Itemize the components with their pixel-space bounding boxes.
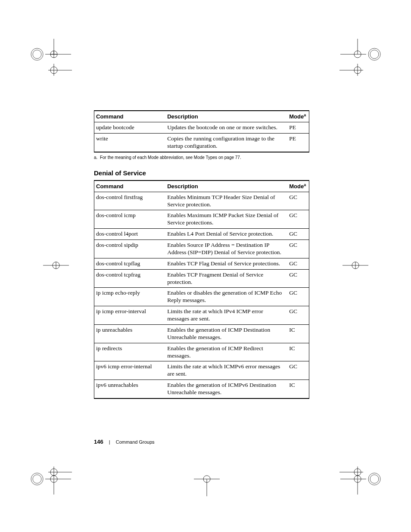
- crop-mark-icon: [48, 64, 72, 87]
- col-header-mode: Modea: [287, 180, 309, 192]
- table-row: dos-control sipdipEnables Source IP Addr…: [94, 240, 309, 258]
- cell-mode: GC: [287, 240, 309, 258]
- cell-command: update bootcode: [94, 122, 166, 134]
- table-row: ipv6 unreachablesEnables the generation …: [94, 380, 309, 398]
- cell-mode: IC: [287, 343, 309, 361]
- table-row: dos-control icmpEnables Maximum ICMP Pac…: [94, 210, 309, 229]
- cell-mode: IC: [287, 324, 309, 343]
- col-header-command: Command: [94, 180, 166, 192]
- cell-description: Updates the bootcode on one or more swit…: [165, 122, 287, 134]
- cell-description: Enables Minimum TCP Header Size Denial o…: [165, 192, 287, 210]
- cell-command: ip icmp error-interval: [94, 306, 166, 325]
- cell-description: Enables the generation of ICMPv6 Destina…: [165, 380, 287, 398]
- cell-description: Enables the generation of ICMP Redirect …: [165, 343, 287, 361]
- table-row: write Copies the running configuration i…: [94, 133, 309, 152]
- cell-command: ip redirects: [94, 343, 166, 361]
- cell-command: ipv6 unreachables: [94, 380, 166, 398]
- cell-command: dos-control l4port: [94, 229, 166, 240]
- cell-description: Enables TCP Fragment Denial of Service p…: [165, 269, 287, 288]
- col-header-description: Description: [165, 111, 287, 122]
- cell-mode: PE: [287, 133, 309, 152]
- cell-command: dos-control firstfrag: [94, 192, 166, 210]
- table-row: dos-control tcpflagEnables TCP Flag Deni…: [94, 258, 309, 269]
- cell-mode: GC: [287, 361, 309, 380]
- table-row: dos-control tcpfragEnables TCP Fragment …: [94, 269, 309, 288]
- cell-command: dos-control tcpflag: [94, 258, 166, 269]
- col-header-mode: Modea: [287, 111, 309, 122]
- cell-command: dos-control tcpfrag: [94, 269, 166, 288]
- cell-command: ip icmp echo-reply: [94, 288, 166, 306]
- table-row: ipv6 icmp error-internalLimits the rate …: [94, 361, 309, 380]
- cell-mode: GC: [287, 269, 309, 288]
- cell-description: Limits the rate at which ICMPv6 error me…: [165, 361, 287, 380]
- svg-point-42: [370, 475, 379, 483]
- table-row: ip unreachablesEnables the generation of…: [94, 324, 309, 343]
- table-row: ip icmp echo-replyEnables or disables th…: [94, 288, 309, 306]
- table-row: dos-control l4portEnables L4 Port Denial…: [94, 229, 309, 240]
- cell-description: Enables Source IP Address = Destination …: [165, 240, 287, 258]
- cell-mode: IC: [287, 380, 309, 398]
- table-row: ip redirectsEnables the generation of IC…: [94, 343, 309, 361]
- registration-mark-icon: [30, 469, 71, 495]
- registration-mark-icon: [338, 469, 381, 495]
- table-denial-of-service: Command Description Modea dos-control fi…: [94, 180, 309, 399]
- table-footnote: a. For the meaning of each Mode abbrevia…: [94, 155, 309, 160]
- table-row: dos-control firstfragEnables Minimum TCP…: [94, 192, 309, 210]
- cell-command: dos-control sipdip: [94, 240, 166, 258]
- cell-mode: GC: [287, 229, 309, 240]
- cell-mode: GC: [287, 210, 309, 229]
- registration-mark-icon: [342, 257, 368, 274]
- table-row: ip icmp error-intervalLimits the rate at…: [94, 306, 309, 325]
- cell-mode: GC: [287, 306, 309, 325]
- crop-mark-icon: [339, 64, 363, 87]
- table-row: update bootcode Updates the bootcode on …: [94, 122, 309, 134]
- cell-command: dos-control icmp: [94, 210, 166, 229]
- cell-description: Limits the rate at which IPv4 ICMP error…: [165, 306, 287, 325]
- cell-description: Enables TCP Flag Denial of Service prote…: [165, 258, 287, 269]
- table-commands-continued: Command Description Modea update bootcod…: [94, 110, 309, 152]
- svg-point-14: [370, 50, 379, 59]
- page-number: 146: [94, 439, 103, 445]
- cell-description: Enables Maximum ICMP Packet Size Denial …: [165, 210, 287, 229]
- cell-mode: PE: [287, 122, 309, 134]
- cell-command: write: [94, 133, 166, 152]
- cell-description: Enables or disables the generation of IC…: [165, 288, 287, 306]
- page-footer: 146 | Command Groups: [94, 439, 309, 445]
- cell-command: ip unreachables: [94, 324, 166, 343]
- cell-description: Enables L4 Port Denial of Service protec…: [165, 229, 287, 240]
- cell-mode: GC: [287, 258, 309, 269]
- svg-point-1: [33, 50, 41, 59]
- footer-separator: |: [109, 439, 110, 445]
- cell-mode: GC: [287, 192, 309, 210]
- section-heading-denial-of-service: Denial of Service: [94, 169, 309, 177]
- cell-description: Enables the generation of ICMP Destinati…: [165, 324, 287, 343]
- footer-section-title: Command Groups: [116, 439, 155, 445]
- col-header-description: Description: [165, 180, 287, 192]
- cell-description: Copies the running configuration image t…: [165, 133, 287, 152]
- svg-point-28: [33, 475, 41, 483]
- col-header-command: Command: [94, 111, 166, 122]
- cell-command: ipv6 icmp error-internal: [94, 361, 166, 380]
- registration-mark-icon: [43, 257, 69, 274]
- registration-mark-icon: [194, 470, 220, 496]
- cell-mode: GC: [287, 288, 309, 306]
